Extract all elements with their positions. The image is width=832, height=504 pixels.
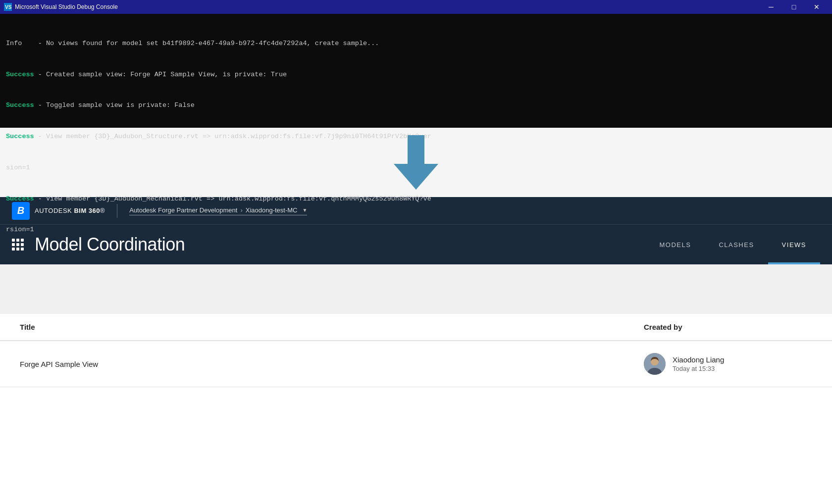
grid-dot [16,243,19,246]
creator-info: Xiaodong Liang Today at 15:33 [673,355,724,372]
svg-text:VS: VS [5,4,12,10]
table-header-row: Title Created by [0,314,832,341]
close-button[interactable]: ✕ [805,0,828,14]
nav-item-views[interactable]: VIEWS [768,225,820,264]
console-line-1: Info - No views found for model set b41f… [6,39,826,49]
bim-title-area: Model Coordination [12,234,645,255]
breadcrumb-chevron: › [240,206,242,214]
breadcrumb-project: Xiaodong-test-MC [246,206,298,214]
debug-console: Info - No views found for model set b41f… [0,14,832,128]
table-row[interactable]: Forge API Sample View Xiaodong Liang Tod… [0,341,832,387]
console-line-3: Success - Toggled sample view is private… [6,101,826,111]
grid-dot [16,239,19,242]
grid-dot [21,248,24,251]
window-controls: ─ □ ✕ [760,0,828,14]
breadcrumb-hub: Autodesk Forge Partner Development [129,206,237,214]
success-label-3: Success [6,133,34,140]
svg-marker-3 [394,164,438,190]
creator-time: Today at 15:33 [673,365,724,372]
svg-rect-2 [408,135,424,166]
bim-brand-text: AUTODESK BIM 360® [35,207,105,214]
title-bar-left: VS Microsoft Visual Studio Debug Console [4,3,118,11]
breadcrumb[interactable]: Autodesk Forge Partner Development › Xia… [129,206,307,215]
column-header-title: Title [20,323,644,331]
column-header-created: Created by [644,323,812,331]
grid-dot [21,239,24,242]
grid-dot [12,248,15,251]
window-title: Microsoft Visual Studio Debug Console [15,3,118,10]
nav-item-clashes[interactable]: CLASHES [705,225,768,264]
creator-name: Xiaodong Liang [673,355,724,364]
success-label-4: Success [6,195,34,202]
view-title: Forge API Sample View [20,360,644,368]
success-label-2: Success [6,101,34,109]
success-label-1: Success [6,71,34,78]
creator-cell: Xiaodong Liang Today at 15:33 [644,353,812,375]
grid-dot [12,243,15,246]
grid-dot [16,248,19,251]
grid-dot [21,243,24,246]
nav-links: MODELS CLASHES VIEWS [645,225,820,264]
page-title: Model Coordination [35,234,185,255]
bim-logo-icon: B [12,202,30,220]
title-bar: VS Microsoft Visual Studio Debug Console… [0,0,832,14]
bim-header: B AUTODESK BIM 360® Autodesk Forge Partn… [0,197,832,264]
minimize-button[interactable]: ─ [760,0,782,14]
breadcrumb-dropdown-icon[interactable]: ▼ [303,207,308,213]
grid-menu-icon[interactable] [12,239,24,251]
brand-prefix: AUTODESK [35,207,72,214]
header-divider [117,204,117,218]
info-label: Info [6,40,22,47]
avatar [644,353,666,375]
bim-nav-bar: Model Coordination MODELS CLASHES VIEWS [0,225,832,264]
nav-item-models[interactable]: MODELS [645,225,705,264]
down-arrow-icon [394,135,438,190]
table-section: Title Created by Forge API Sample View X… [0,314,832,387]
brand-name: BIM 360 [74,207,100,214]
grid-dot [12,239,15,242]
maximize-button[interactable]: □ [782,0,805,14]
vs-icon: VS [4,3,12,11]
console-line-2: Success - Created sample view: Forge API… [6,70,826,80]
content-filter-area [0,264,832,314]
bim-logo: B AUTODESK BIM 360® [12,202,105,220]
